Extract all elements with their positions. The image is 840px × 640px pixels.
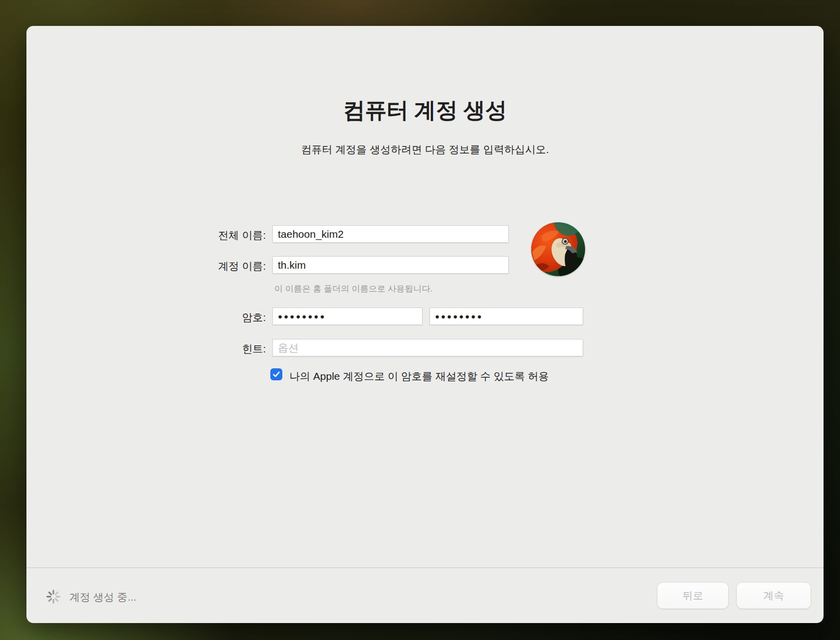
allow-apple-id-reset-label: 나의 Apple 계정으로 이 암호를 재설정할 수 있도록 허용 — [289, 369, 549, 383]
checkmark-icon — [272, 370, 281, 379]
setup-assistant-window: 컴퓨터 계정 생성 컴퓨터 계정을 생성하려면 다음 정보를 입력하십시오. 전… — [26, 26, 824, 623]
footer-divider — [26, 567, 824, 568]
password-input[interactable] — [272, 308, 422, 325]
hint-input[interactable] — [272, 339, 583, 356]
hint-label: 힌트: — [242, 342, 266, 356]
allow-apple-id-reset-checkbox[interactable] — [270, 368, 282, 380]
account-name-label: 계정 이름: — [218, 259, 266, 273]
page-title: 컴퓨터 계정 생성 — [26, 96, 824, 125]
password-label: 암호: — [242, 311, 266, 324]
progress-spinner-icon — [46, 589, 61, 604]
verify-password-input[interactable] — [429, 308, 583, 325]
full-name-input[interactable] — [272, 225, 509, 243]
continue-button[interactable]: 계속 — [737, 583, 811, 609]
status-text: 계정 생성 중... — [69, 590, 136, 604]
parrot-photo-icon — [531, 222, 585, 276]
back-button[interactable]: 뒤로 — [657, 583, 728, 609]
account-picture-parrot-avatar — [531, 222, 585, 276]
full-name-label: 전체 이름: — [218, 228, 266, 242]
page-subtitle: 컴퓨터 계정을 생성하려면 다음 정보를 입력하십시오. — [26, 143, 824, 157]
account-name-help-text: 이 이름은 홈 폴더의 이름으로 사용됩니다. — [274, 283, 432, 295]
account-name-input[interactable] — [272, 256, 509, 274]
